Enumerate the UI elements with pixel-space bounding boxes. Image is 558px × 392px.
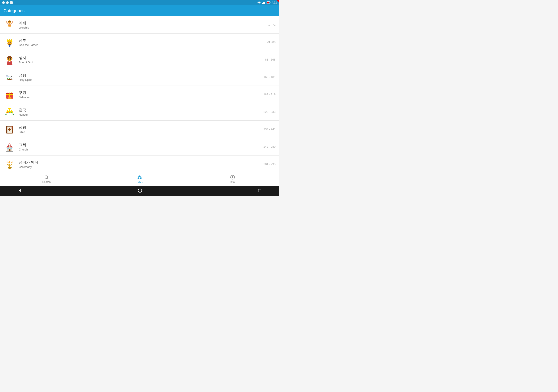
home-button[interactable] [138,188,142,194]
category-icon-heaven [3,106,16,118]
nav-info[interactable]: Info [186,173,279,185]
category-english-name: Son of God [19,61,265,64]
category-text: 성령 Holy Spirit [19,73,263,81]
category-icon-bible [3,123,16,136]
category-range: 169 - 181 [263,75,276,79]
category-icon-son-of-god [3,54,16,66]
category-item-ceremony[interactable]: 성례와 예식 Ceremony 281 - 295 [0,155,279,172]
info-label: Info [230,180,235,184]
svg-point-11 [12,21,13,22]
svg-point-24 [7,78,8,79]
category-korean-name: 성자 [19,55,265,60]
svg-rect-3 [265,1,265,4]
category-english-name: Ceremony [19,165,263,169]
svg-point-63 [7,161,8,163]
recents-button[interactable] [258,189,262,193]
svg-point-70 [45,176,48,179]
svg-rect-54 [7,147,9,149]
category-text: 성례와 예식 Ceremony [19,160,263,169]
svg-point-69 [12,161,13,163]
category-item-bible[interactable]: 성경 Bible 234 - 241 [0,121,279,138]
category-korean-name: 구원 [19,90,263,95]
category-item-god-the-father[interactable]: 성부 God the Father 73 - 80 [0,34,279,51]
category-text: 성부 God the Father [19,38,267,47]
svg-point-18 [8,58,9,59]
category-item-heaven[interactable]: 천국 Heaven 220 - 233 [0,103,279,121]
category-korean-name: 예배 [19,20,268,26]
category-text: 성자 Son of God [19,55,265,64]
status-bar: 4:12 [0,0,279,5]
svg-rect-55 [10,147,12,149]
svg-rect-0 [262,3,263,4]
bottom-navigation: Search HYMN Info [0,172,279,186]
search-icon [44,175,49,180]
svg-marker-78 [19,189,20,192]
svg-rect-31 [8,97,12,99]
svg-point-16 [10,43,11,43]
svg-point-23 [11,76,12,77]
svg-rect-29 [6,94,13,95]
svg-marker-72 [138,176,141,177]
svg-point-35 [9,112,10,113]
app-icon-2 [6,1,9,4]
category-range: 73 - 80 [267,41,276,44]
category-item-salvation[interactable]: 구원 Salvation 182 - 219 [0,86,279,103]
app-bar: Categories [0,5,279,16]
svg-rect-38 [8,108,11,109]
category-item-son-of-god[interactable]: 성자 Son of God 81 - 168 [0,51,279,68]
svg-point-34 [7,112,8,113]
svg-point-65 [8,162,9,163]
category-item-holy-spirit[interactable]: 성령 Holy Spirit 169 - 181 [0,68,279,86]
category-icon-god-father [3,36,16,48]
svg-point-36 [11,112,12,113]
category-english-name: Church [19,148,263,151]
category-range: 281 - 295 [263,162,276,166]
hymn-label: HYMN [136,180,143,184]
category-korean-name: 성경 [19,125,263,130]
svg-rect-44 [8,129,11,130]
category-icon-salvation [3,88,16,101]
category-icon-ceremony [3,158,16,170]
category-english-name: Worship [19,26,268,29]
svg-point-19 [10,58,11,59]
category-korean-name: 교회 [19,142,263,147]
category-range: 220 - 233 [263,110,276,113]
svg-rect-5 [270,2,270,3]
page-title: Categories [3,8,25,13]
category-korean-name: 성례와 예식 [19,160,263,165]
svg-marker-12 [7,39,12,41]
svg-point-21 [10,76,12,78]
wifi-icon [257,1,261,4]
svg-rect-9 [8,25,11,26]
category-korean-name: 성령 [19,73,263,78]
category-range: 81 - 168 [265,58,276,61]
category-english-name: Holy Spirit [19,78,263,81]
nav-search[interactable]: Search [0,173,93,185]
svg-point-30 [9,93,10,94]
svg-rect-42 [6,126,7,134]
category-text: 성경 Bible [19,125,263,134]
category-text: 구원 Salvation [19,90,263,99]
category-list: 예배 Worship 1 - 72 [0,16,279,172]
nav-hymn[interactable]: HYMN [93,173,186,185]
category-range: 182 - 219 [263,93,276,96]
svg-rect-52 [9,144,10,145]
signal-icon [262,1,265,4]
category-item-worship[interactable]: 예배 Worship 1 - 72 [0,16,279,34]
category-english-name: Bible [19,130,263,134]
svg-point-61 [9,161,10,163]
svg-rect-2 [264,2,265,4]
svg-rect-57 [9,168,11,169]
info-icon [230,175,235,180]
category-english-name: Salvation [19,96,263,99]
svg-point-73 [138,178,139,179]
category-range: 1 - 72 [268,23,276,26]
app-icon-1 [2,1,5,4]
category-item-church[interactable]: 교회 Church 242 - 280 [0,138,279,155]
svg-point-10 [6,21,7,22]
category-text: 천국 Heaven [19,108,263,116]
status-time: 4:12 [272,1,277,4]
back-button[interactable] [17,188,22,194]
svg-rect-6 [267,2,269,3]
category-text: 교회 Church [19,142,263,151]
